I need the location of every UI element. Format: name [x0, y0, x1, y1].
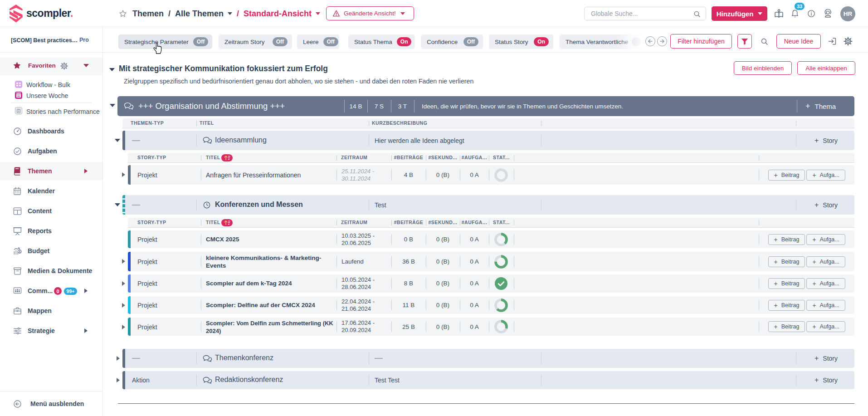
svg-text:$: $ [19, 250, 20, 254]
